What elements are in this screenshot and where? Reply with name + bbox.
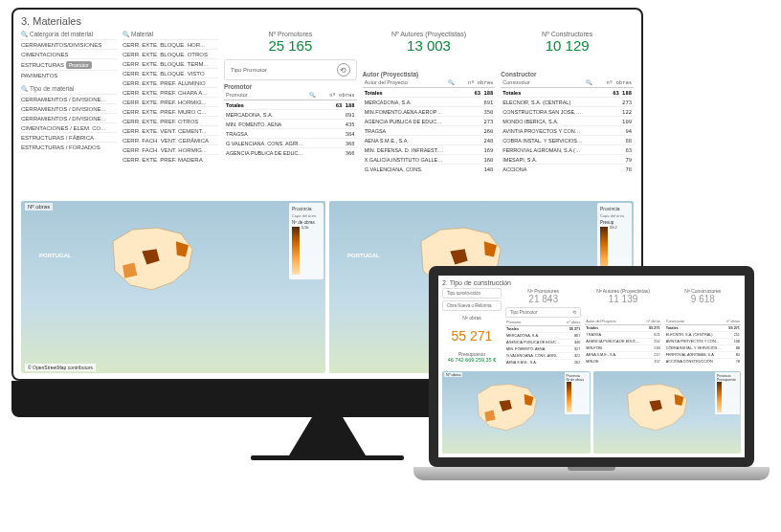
table-row[interactable]: AVINTIA PROYECTOS Y CONSTR.108 [665,339,741,345]
table-row[interactable]: CONSTRUCTORA SAN JOSE, S.A.122 [501,107,634,117]
material-list[interactable]: CERR. EXTE. BLOQUE. HOR... CERR. EXTE. B… [123,39,218,164]
tipo-filter-label: 🔍Tipo de material [21,85,117,92]
table-row[interactable]: AGENCIA PUBLICA DE EDUCACION273 [363,117,496,126]
table-row[interactable]: TRAGSA384 [224,129,357,139]
list-item[interactable]: ESTRUCTURASPromotor [21,58,117,70]
table-row[interactable]: FERROVIAL AGROMAN, S.A (CENTRAL: EDIF)83 [501,145,634,155]
kpi-constructores: Nº Constructores 10 129 [501,31,634,54]
table-row[interactable]: ACCIONA CONSTRUCCIÓN78 [665,359,741,366]
list-item[interactable]: CERR. EXTE. PREF. HORMIG... [123,97,218,106]
constructor-column: Nº Constructores 10 129 Constructor Cons… [501,31,634,172]
list-item[interactable]: ESTRUCTURAS / FÁBRICA [21,132,117,142]
table-row[interactable]: TRAGSA621 [585,332,660,339]
portugal-label: PORTUGAL [347,253,380,258]
autor-table-header: Autor (Proyectista) [363,71,496,78]
autor-column: Nº Autores (Proyectistas) 13 003 Autor (… [363,31,496,172]
list-item[interactable]: CERR. EXTE. PREF. CHAPA A... [123,87,218,97]
table-row[interactable]: MIN.FOM.218 [585,345,660,352]
map-legend: Provincia Capa del área Nº de obras 5.5k [289,203,324,279]
map-obras[interactable]: Nº obras PORTUGAL © OpenStreetMap contri… [21,201,325,373]
tipo-promotor-selector[interactable]: Tipo Promotor ⟲ [224,59,357,80]
promotor-column: Nº Promotores 25 165 Tipo Promotor ⟲ Pro… [224,31,357,172]
constructor-table: Constructor🔍nº obras Totales63 188 ELECN… [501,78,634,173]
categoria-list[interactable]: CERRAMIENTOS/DIVISIONES CIMENTACIONES ES… [21,39,117,79]
obra-selector[interactable]: Obra Nueva o Reforma [442,300,502,311]
laptop-screen: 2. Tipo de construcción Tipo construcció… [429,266,754,467]
spain-choropleth [611,380,703,437]
autor-column: Nº Autores (Proyectistas) 11 139 Autor d… [585,288,660,376]
table-row[interactable]: IMESAPI, S.A.79 [501,155,634,165]
kpi-presupuesto: 46 742 669 259,35 € [442,357,502,363]
filter-material-panel: 🔍Material CERR. EXTE. BLOQUE. HOR... CER… [123,31,218,172]
table-row[interactable]: AENA S.M.E., S.A.217 [585,352,660,359]
table-row[interactable]: G.VALENCIANA. CONS.148 [363,165,496,174]
filter-and-kpi-column: Tipo construcción Obra Nueva o Reforma N… [442,288,502,376]
table-row[interactable]: MIN.DE157 [585,359,660,366]
list-item[interactable]: CERR. EXTE. BLOQUE. VISTO [123,68,218,78]
list-item[interactable]: CERRAMIENTOS / DIVISIONE... [21,94,117,103]
filter-categoria-panel: 🔍Catergoría del material CERRAMIENTOS/DI… [21,31,117,172]
map-legend: Provincia Presupuesto [715,372,740,414]
constructor-table: Constructornº obras Totales55 271 ELECNO… [665,319,741,365]
spain-choropleth [76,222,228,299]
list-item[interactable]: CERRAMIENTOS / DIVISIONE... [21,113,117,122]
map-presupuesto[interactable]: Provincia Presupuesto [593,371,742,454]
refresh-icon[interactable]: ⟲ [572,310,576,315]
list-item[interactable]: CERR. EXTE. BLOQUE. OTROS [123,49,218,58]
list-item[interactable]: CERR. EXTE. BLOQUE. TERM... [123,58,218,68]
table-row[interactable]: MERCADONA, S.A.891 [224,110,357,120]
table-row[interactable]: ELECNOR, S.A. (CENTRAL)251 [665,332,741,339]
promotor-table: Promotor🔍nº obras Totales63 188 MERCADON… [224,90,357,157]
list-item[interactable]: ESTRUCTURAS / FORJADOS [21,142,117,151]
list-item[interactable]: CERRAMIENTOS/DIVISIONES [21,39,117,49]
tipo-list[interactable]: CERRAMIENTOS / DIVISIONE... CERRAMIENTOS… [21,94,117,151]
list-item[interactable]: CERR. EXTE. PREF. ALUMINIO [123,78,218,87]
table-row[interactable]: AGENCIA PUBLICA DE EDUCACIÓN366 [224,148,357,158]
table-row[interactable]: G.VALENCIANA. CONS. AGRIC. Y MED.AMB.322 [505,353,581,360]
list-item[interactable]: CERR. FACH. VENT. HORMIG... [123,144,218,154]
laptop-device: 2. Tipo de construcción Tipo construcció… [413,266,770,515]
table-row[interactable]: AGENCIA PUBLICA DE EDUCACION252 [585,339,660,345]
table-row[interactable]: AGENCIA PUBLICA DE EDUCACIÓN340 [505,340,581,346]
table-row[interactable]: ELECNOR, S.A. (CENTRAL)273 [501,98,634,107]
constructor-table-header: Constructor [501,71,634,78]
list-item[interactable]: CERR. EXTE. PREF. OTROS [123,116,218,125]
table-row[interactable]: AVINTIA PROYECTOS Y CONSTRUCCIONES, S.L.… [501,126,634,136]
tipo-constr-selector[interactable]: Tipo construcción [442,288,502,299]
table-row[interactable]: AENA S.M.E., S.A.262 [505,360,581,366]
list-item[interactable]: CERRAMIENTOS / DIVISIONE... [21,103,117,113]
table-row[interactable]: MERCADONA, S.A.691 [363,98,496,107]
kpi-promotores: 21 843 [505,294,581,304]
kpi-autores: Nº Autores (Proyectistas) 13 003 [363,31,496,54]
table-row[interactable]: G.VALENCIANA. CONS. AGRICULTURA Y MED.AM… [224,139,357,148]
list-item[interactable]: PAVIMENTOS [21,70,117,79]
table-row[interactable]: X.GALICIA.INSTITUTO GALLEGO VIV. Y SUELO… [363,155,496,165]
table-row[interactable]: AENA S.M.E., S.A.248 [363,136,496,145]
table-row[interactable]: MIN. FOMENTO. AENA435 [224,120,357,129]
table-row[interactable]: ACCIONA78 [501,165,634,174]
refresh-icon[interactable]: ⟲ [337,63,350,77]
map-label: Nº obras [25,203,53,211]
list-item[interactable]: CIMENTACIONES / ELEM. CO... [21,122,117,132]
maps-row: Nº obras Provincia Nº de obras [442,371,741,454]
promotor-table-header: Promotor [224,83,357,90]
tipo-promotor-selector[interactable]: Tipo Promotor⟲ [505,307,581,318]
table-row[interactable]: MERCADONA, S.A.807 [505,333,581,340]
list-item[interactable]: CERR. EXTE. PREF. MURO C... [123,106,218,116]
table-row[interactable]: COBRA INSTAL. Y SERVICIOS, S.A.88 [665,345,741,352]
table-row[interactable]: COBRA INSTAL. Y SERVICIOS, S.A. (CENTRAL… [501,136,634,145]
kpi-promotores: Nº Promotores 25 165 [224,31,357,54]
list-item[interactable]: CERR. EXTE. VENT. CEMENT... [123,125,218,135]
table-row[interactable]: MIN. FOMENTO. AENA327 [505,346,581,353]
table-row[interactable]: FERROVIAL AGROMAN, S.A84 [665,352,741,359]
table-row[interactable]: TRAGSA260 [363,126,496,136]
list-item[interactable]: CERR. EXTE. BLOQUE. HOR... [123,39,218,49]
spain-choropleth [460,380,552,437]
table-row[interactable]: MIN. DEFENSA. D. INFRAEST. EJERCITO TIER… [363,145,496,155]
list-item[interactable]: CIMENTACIONES [21,49,117,58]
map-obras[interactable]: Nº obras Provincia Nº de obras [442,371,591,454]
table-row[interactable]: MONDO IBERICA, S.A.109 [501,117,634,126]
list-item[interactable]: CERR. FACH. VENT. CERÁMICA [123,135,218,144]
list-item[interactable]: CERR. EXTE. PREF. MADERA [123,154,218,164]
table-row[interactable]: MIN.FOMENTO.AENA AEROPUERTO BILBAO350 [363,107,496,117]
